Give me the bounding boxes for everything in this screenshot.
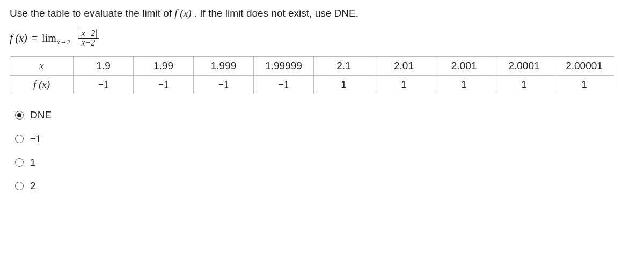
f-cell: 1 bbox=[554, 75, 614, 94]
fraction-denominator: x−2 bbox=[80, 39, 96, 48]
fraction: |x−2| x−2 bbox=[78, 29, 99, 48]
row-label-x: x bbox=[10, 56, 74, 75]
lim-subscript: x→2 bbox=[57, 38, 70, 47]
instruction-fx: f (x) bbox=[174, 8, 191, 19]
option-label: 2 bbox=[30, 180, 36, 192]
option-dne[interactable]: DNE bbox=[15, 109, 634, 121]
x-cell: 1.99 bbox=[134, 56, 194, 75]
x-cell: 1.99999 bbox=[254, 56, 314, 75]
radio-icon bbox=[15, 182, 24, 190]
instruction-pre: Use the table to evaluate the limit of bbox=[10, 8, 174, 19]
x-cell: 2.001 bbox=[434, 56, 494, 75]
radio-icon bbox=[15, 111, 24, 120]
option-label: −1 bbox=[30, 133, 41, 145]
f-cell: −1 bbox=[134, 75, 194, 94]
f-cell: −1 bbox=[74, 75, 134, 94]
question-instruction: Use the table to evaluate the limit of f… bbox=[10, 8, 634, 19]
option-1[interactable]: 1 bbox=[15, 157, 634, 168]
option-2[interactable]: 2 bbox=[15, 180, 634, 192]
limit-operator: lim x→2 bbox=[42, 32, 70, 44]
f-cell: 1 bbox=[494, 75, 554, 94]
f-cell: 1 bbox=[314, 75, 374, 94]
option-label: DNE bbox=[30, 109, 52, 121]
table-row: x 1.9 1.99 1.999 1.99999 2.1 2.01 2.001 … bbox=[10, 56, 614, 75]
limit-formula: f (x) = lim x→2 |x−2| x−2 bbox=[10, 29, 634, 48]
option-neg1[interactable]: −1 bbox=[15, 133, 634, 145]
lim-word: lim bbox=[42, 32, 56, 44]
x-cell: 2.00001 bbox=[554, 56, 614, 75]
formula-lhs: f (x) bbox=[10, 32, 27, 44]
instruction-post: . If the limit does not exist, use DNE. bbox=[194, 8, 358, 19]
f-cell: 1 bbox=[434, 75, 494, 94]
f-cell: −1 bbox=[254, 75, 314, 94]
formula-eq: = bbox=[32, 32, 38, 44]
option-label: 1 bbox=[30, 157, 36, 168]
fraction-numerator: |x−2| bbox=[78, 29, 99, 38]
radio-icon bbox=[15, 135, 24, 143]
x-cell: 1.9 bbox=[74, 56, 134, 75]
f-cell: −1 bbox=[194, 75, 254, 94]
row-label-fx: f (x) bbox=[10, 75, 74, 94]
x-cell: 2.1 bbox=[314, 56, 374, 75]
radio-icon bbox=[15, 158, 24, 167]
f-cell: 1 bbox=[374, 75, 434, 94]
answer-options: DNE −1 1 2 bbox=[10, 109, 634, 192]
x-cell: 1.999 bbox=[194, 56, 254, 75]
x-cell: 2.0001 bbox=[494, 56, 554, 75]
x-cell: 2.01 bbox=[374, 56, 434, 75]
values-table: x 1.9 1.99 1.999 1.99999 2.1 2.01 2.001 … bbox=[10, 56, 614, 94]
table-row: f (x) −1 −1 −1 −1 1 1 1 1 1 bbox=[10, 75, 614, 94]
